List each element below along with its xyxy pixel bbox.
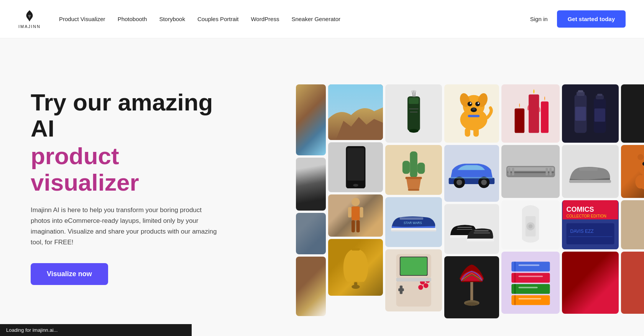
svg-rect-105 xyxy=(595,108,605,122)
svg-rect-81 xyxy=(545,168,548,175)
nav-link-product-visualizer[interactable]: Product Visualizer xyxy=(59,16,105,22)
svg-point-23 xyxy=(414,91,416,92)
svg-point-40 xyxy=(418,285,423,290)
mosaic-cell-partial-bottom1 xyxy=(621,200,644,249)
mosaic-cell-toy-dog xyxy=(444,84,499,143)
svg-rect-7 xyxy=(360,207,363,217)
svg-point-85 xyxy=(529,224,533,229)
svg-rect-80 xyxy=(512,168,514,175)
svg-text:COLLECTOR EDITION: COLLECTOR EDITION xyxy=(567,214,606,218)
mosaic-cell-golf-bag xyxy=(385,84,442,143)
mosaic-cell-black-shoes xyxy=(444,204,499,254)
svg-rect-70 xyxy=(470,282,473,303)
svg-line-20 xyxy=(415,92,415,97)
mosaic-cell-gray-item xyxy=(562,145,619,198)
svg-text:STAR WARS: STAR WARS xyxy=(404,221,422,225)
mosaic-cell-comics: COMICS COLLECTOR EDITION DAVIS EZZ xyxy=(562,200,619,249)
mosaic-col-7 xyxy=(621,84,644,315)
svg-rect-75 xyxy=(541,101,549,133)
mosaic-cell-teddy xyxy=(621,145,644,198)
nav-link-wordpress[interactable]: WordPress xyxy=(251,16,279,22)
svg-rect-65 xyxy=(467,239,495,241)
mosaic-cell-candles xyxy=(501,84,560,143)
mosaic-col-2 xyxy=(328,84,383,315)
svg-rect-44 xyxy=(396,278,431,282)
svg-rect-74 xyxy=(515,108,525,133)
svg-rect-107 xyxy=(579,168,598,171)
svg-point-21 xyxy=(411,91,413,92)
svg-rect-13 xyxy=(352,248,360,250)
svg-rect-88 xyxy=(511,284,550,294)
nav-link-photobooth[interactable]: Photobooth xyxy=(118,16,147,22)
svg-rect-15 xyxy=(409,97,419,104)
mosaic-col-6: COMICS COLLECTOR EDITION DAVIS EZZ xyxy=(562,84,619,315)
svg-point-49 xyxy=(467,102,472,106)
svg-rect-6 xyxy=(348,207,352,217)
mosaic-cell-white-box xyxy=(501,200,560,249)
mosaic-cell-red-item xyxy=(562,252,619,314)
mosaic-col-4 xyxy=(444,84,499,315)
visualize-now-button[interactable]: Visualize now xyxy=(31,263,108,285)
mosaic-cell-doll xyxy=(328,194,383,237)
hero-description: Imajinn AI is here to help you transform… xyxy=(31,205,222,248)
nav-link-couples-portrait[interactable]: Couples Portrait xyxy=(197,16,239,22)
mosaic-cell-phone xyxy=(328,142,383,192)
nav-links: Product Visualizer Photobooth Storybook … xyxy=(59,16,530,22)
svg-rect-95 xyxy=(518,276,543,277)
mosaic-cell-canyon xyxy=(328,84,383,140)
svg-point-50 xyxy=(475,102,480,106)
svg-rect-29 xyxy=(408,189,419,191)
get-started-button[interactable]: Get started today xyxy=(557,10,626,28)
nav-link-storybook[interactable]: Storybook xyxy=(159,16,185,22)
svg-rect-56 xyxy=(473,128,479,136)
mosaic-cell-partial-1 xyxy=(296,84,326,155)
svg-point-3 xyxy=(353,184,358,186)
logo-icon xyxy=(23,10,36,23)
svg-rect-89 xyxy=(511,295,550,305)
svg-rect-5 xyxy=(352,206,360,220)
svg-rect-96 xyxy=(518,287,537,288)
svg-point-72 xyxy=(465,302,478,306)
mosaic-cell-gray-strip xyxy=(501,145,560,198)
mosaic-cell-books xyxy=(501,252,560,314)
status-text: Loading for imajinn.ai... xyxy=(6,327,58,333)
svg-rect-57 xyxy=(468,115,479,117)
svg-rect-86 xyxy=(511,262,550,272)
navbar: IMAJINN Product Visualizer Photobooth St… xyxy=(0,0,644,38)
svg-point-52 xyxy=(478,102,479,104)
svg-rect-8 xyxy=(352,220,355,232)
svg-rect-104 xyxy=(575,107,586,120)
hero-heading: Try our amazing AI product visualizer xyxy=(31,89,227,196)
svg-rect-2 xyxy=(347,148,364,181)
svg-point-24 xyxy=(409,129,418,133)
svg-rect-73 xyxy=(529,94,539,133)
svg-text:DAVIS EZZ: DAVIS EZZ xyxy=(570,229,594,234)
svg-line-19 xyxy=(414,91,414,97)
svg-rect-82 xyxy=(549,168,552,175)
mosaic-cell-blue-car xyxy=(444,145,499,202)
svg-rect-87 xyxy=(511,273,550,283)
mosaic-cell-partial-top xyxy=(621,84,644,143)
svg-point-12 xyxy=(354,282,357,286)
svg-line-18 xyxy=(412,92,413,97)
svg-point-60 xyxy=(457,180,462,185)
svg-point-54 xyxy=(472,108,475,110)
svg-rect-106 xyxy=(569,180,611,183)
svg-rect-63 xyxy=(450,177,493,178)
mosaic-cell-bell xyxy=(328,239,383,296)
mosaic-cell-tiffany-lamp xyxy=(444,256,499,318)
mosaic-cell-partial-bottom2 xyxy=(621,252,644,314)
sign-in-link[interactable]: Sign in xyxy=(530,16,548,22)
nav-link-sneaker-generator[interactable]: Sneaker Generator xyxy=(291,16,340,22)
svg-rect-103 xyxy=(597,94,603,96)
svg-rect-79 xyxy=(508,168,510,175)
status-bar: Loading for imajinn.ai... xyxy=(0,324,192,336)
svg-rect-25 xyxy=(410,151,417,177)
mosaic-cell-blue-shoes: STAR WARS xyxy=(385,197,442,247)
svg-rect-36 xyxy=(400,257,427,275)
logo[interactable]: IMAJINN xyxy=(18,10,41,29)
mosaic-cell-partial-2 xyxy=(296,158,326,211)
svg-text:COMICS: COMICS xyxy=(567,206,594,213)
mosaic-col-3: STAR WARS xyxy=(385,84,442,315)
mosaic-cell-gameboy xyxy=(385,249,442,311)
